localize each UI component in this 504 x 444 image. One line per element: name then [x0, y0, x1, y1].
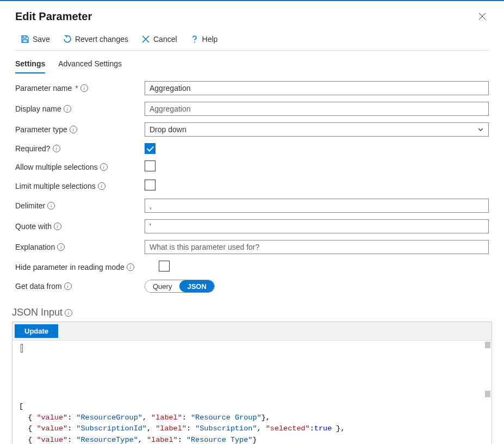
json-input-header: JSON Input i [0, 299, 504, 322]
panel-header: Edit Parameter [0, 1, 504, 28]
chevron-down-icon [477, 126, 484, 133]
explanation-input[interactable] [145, 240, 489, 254]
label-parameter-type: Parameter type i [15, 125, 145, 134]
label-hide-parameter: Hide parameter in reading mode i [15, 263, 159, 272]
info-icon[interactable]: i [53, 145, 60, 152]
save-button[interactable]: Save [15, 33, 55, 46]
info-icon[interactable]: i [80, 84, 88, 92]
info-icon[interactable]: i [98, 182, 105, 190]
panel-title: Edit Parameter [15, 10, 92, 23]
help-button[interactable]: Help [185, 33, 223, 46]
toolbar: Save Revert changes Cancel Help [15, 28, 489, 51]
info-icon[interactable]: i [127, 263, 134, 271]
delimiter-input[interactable] [145, 199, 489, 213]
hide-parameter-checkbox[interactable] [159, 261, 170, 272]
label-explanation: Explanation i [15, 243, 145, 251]
info-icon[interactable]: i [70, 126, 77, 133]
info-icon[interactable]: i [57, 243, 65, 251]
text-cursor [21, 344, 23, 353]
parameter-name-input[interactable] [145, 81, 489, 95]
revert-label: Revert changes [75, 35, 128, 44]
tab-advanced-settings[interactable]: Advanced Settings [58, 57, 122, 73]
edit-parameter-panel: Edit Parameter Save Revert changes Cance… [0, 0, 504, 444]
cancel-label: Cancel [153, 35, 177, 44]
toggle-query[interactable]: Query [145, 280, 179, 292]
required-asterisk: * [75, 84, 78, 92]
info-icon[interactable]: i [65, 309, 72, 317]
toggle-json[interactable]: JSON [179, 280, 214, 292]
cancel-icon [141, 35, 150, 44]
label-limit-multiple: Limit multiple selections i [15, 182, 145, 190]
help-icon [190, 35, 199, 44]
editor-toolbar: Update [13, 322, 491, 341]
json-code-area[interactable]: [ { "value": "ResourceGroup", "label": "… [13, 341, 491, 444]
json-editor: Update [ { "value": "ResourceGroup", "la… [12, 322, 492, 444]
save-icon [21, 35, 29, 44]
info-icon[interactable]: i [64, 282, 72, 290]
settings-form: Parameter name* i Display name i Paramet… [0, 73, 504, 293]
limit-multiple-checkbox[interactable] [145, 180, 155, 190]
label-display-name: Display name i [15, 104, 145, 113]
parameter-type-value: Drop down [150, 125, 186, 134]
cancel-button[interactable]: Cancel [136, 33, 183, 46]
scrollbar-thumb[interactable] [485, 342, 490, 348]
required-checkbox[interactable] [145, 143, 155, 154]
display-name-input[interactable] [145, 102, 489, 116]
close-button[interactable] [476, 10, 489, 23]
info-icon[interactable]: i [64, 105, 71, 113]
revert-icon [63, 35, 72, 44]
update-button[interactable]: Update [15, 324, 58, 338]
label-get-data-from: Get data from i [15, 282, 145, 291]
label-quote-with: Quote with i [15, 222, 145, 231]
quote-with-input[interactable] [145, 219, 489, 233]
svg-point-0 [194, 42, 195, 43]
close-icon [478, 13, 486, 20]
get-data-toggle: Query JSON [145, 280, 215, 293]
info-icon[interactable]: i [47, 202, 55, 209]
revert-button[interactable]: Revert changes [58, 33, 134, 46]
scrollbar-thumb[interactable] [485, 391, 490, 397]
save-label: Save [33, 35, 50, 44]
label-parameter-name: Parameter name* i [15, 84, 145, 92]
info-icon[interactable]: i [54, 223, 61, 230]
label-delimiter: Delimiter i [15, 201, 145, 210]
allow-multiple-checkbox[interactable] [145, 161, 155, 171]
parameter-type-select[interactable]: Drop down [145, 122, 489, 137]
label-required: Required? i [15, 144, 145, 153]
help-label: Help [202, 35, 218, 44]
tab-bar: Settings Advanced Settings [0, 51, 504, 73]
label-allow-multiple: Allow multiple selections i [15, 163, 145, 171]
tab-settings[interactable]: Settings [15, 57, 45, 73]
info-icon[interactable]: i [100, 163, 108, 171]
